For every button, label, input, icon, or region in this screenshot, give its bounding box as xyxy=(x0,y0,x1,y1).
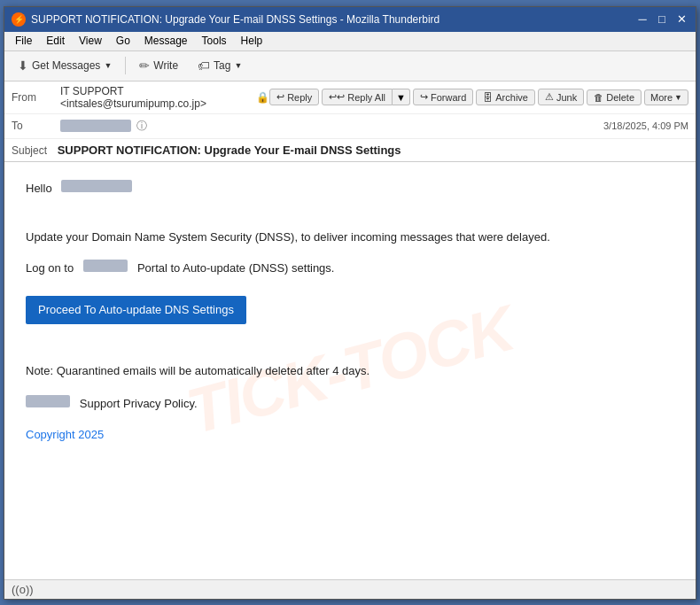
tag-button[interactable]: 🏷 Tag ▼ xyxy=(190,55,250,76)
tag-dropdown-icon[interactable]: ▼ xyxy=(234,61,242,70)
title-bar: ⚡ SUPPORT NOTIFICATION: Upgrade Your E-m… xyxy=(4,7,696,32)
email-header: From IT SUPPORT <intsales@tsurumipump.co… xyxy=(4,81,696,162)
junk-icon: ⚠ xyxy=(545,91,554,103)
app-icon: ⚡ xyxy=(12,12,26,27)
main-window: ⚡ SUPPORT NOTIFICATION: Upgrade Your E-m… xyxy=(4,6,696,600)
reply-all-group: ↩↩ Reply All ▼ xyxy=(322,89,410,105)
update-paragraph: Update your Domain Name System Security … xyxy=(26,210,674,247)
toolbar: ⬇ Get Messages ▼ ✏ Write 🏷 Tag ▼ xyxy=(4,51,696,81)
forward-button[interactable]: ↪ Forward xyxy=(413,89,473,105)
more-button[interactable]: More ▼ xyxy=(644,89,688,105)
from-value: IT SUPPORT <intsales@tsurumipump.co.jp> … xyxy=(60,85,269,110)
subject-row: Subject SUPPORT NOTIFICATION: Upgrade Yo… xyxy=(4,139,696,161)
write-icon: ✏ xyxy=(139,58,150,73)
greeting-paragraph: Hello xyxy=(26,180,674,198)
get-messages-button[interactable]: ⬇ Get Messages ▼ xyxy=(10,55,120,76)
window-controls: ─ □ ✕ xyxy=(635,12,688,27)
archive-icon: 🗄 xyxy=(483,92,493,103)
portal-paragraph: Log on to Portal to Auto-update (DNSS) s… xyxy=(26,260,674,278)
get-messages-dropdown-icon[interactable]: ▼ xyxy=(104,61,112,70)
minimize-button[interactable]: ─ xyxy=(635,12,649,27)
write-button[interactable]: ✏ Write xyxy=(131,55,186,76)
sender-security-icon: 🔒 xyxy=(256,91,269,104)
menu-message[interactable]: Message xyxy=(137,33,195,49)
subject-label: Subject xyxy=(12,144,47,157)
menu-bar: File Edit View Go Message Tools Help xyxy=(4,32,696,51)
archive-button[interactable]: 🗄 Archive xyxy=(476,89,535,105)
reply-all-dropdown[interactable]: ▼ xyxy=(393,89,410,105)
menu-help[interactable]: Help xyxy=(234,33,270,49)
reply-all-icon: ↩↩ xyxy=(329,91,345,103)
status-bar: ((o)) xyxy=(4,579,696,599)
recipient-email-blurred xyxy=(61,180,132,192)
copyright-link[interactable]: Copyright 2025 xyxy=(26,428,104,441)
copyright-paragraph: Copyright 2025 xyxy=(26,426,674,445)
get-messages-icon: ⬇ xyxy=(18,58,28,73)
privacy-company-blurred xyxy=(26,395,70,407)
email-content: Hello Update your Domain Name System Sec… xyxy=(26,180,674,445)
proceed-link[interactable]: Proceed To Auto-update DNS Settings xyxy=(26,296,246,325)
toolbar-separator-1 xyxy=(125,57,126,74)
forward-icon: ↪ xyxy=(420,91,428,103)
menu-view[interactable]: View xyxy=(72,33,109,49)
maximize-button[interactable]: □ xyxy=(655,12,669,27)
reply-button[interactable]: ↩ Reply xyxy=(269,89,319,105)
from-row: From IT SUPPORT <intsales@tsurumipump.co… xyxy=(4,81,696,114)
delete-icon: 🗑 xyxy=(594,92,603,103)
email-timestamp: 3/18/2025, 4:09 PM xyxy=(603,120,688,131)
close-button[interactable]: ✕ xyxy=(674,12,688,27)
menu-edit[interactable]: Edit xyxy=(39,33,72,49)
to-row: To ⓘ 3/18/2025, 4:09 PM xyxy=(4,114,696,139)
privacy-paragraph: Support Privacy Policy. xyxy=(26,395,674,414)
portal-name-blurred xyxy=(83,260,128,272)
delete-button[interactable]: 🗑 Delete xyxy=(587,89,642,105)
proceed-paragraph: Proceed To Auto-update DNS Settings xyxy=(26,291,674,330)
more-dropdown-icon: ▼ xyxy=(674,93,682,102)
note-paragraph: Note: Quarantined emails will be automat… xyxy=(26,344,674,381)
to-label: To xyxy=(12,120,60,132)
to-value: ⓘ xyxy=(60,119,596,134)
to-address-blurred xyxy=(60,120,131,132)
to-expand-icon[interactable]: ⓘ xyxy=(136,119,147,134)
from-label: From xyxy=(12,91,60,104)
subject-value: SUPPORT NOTIFICATION: Upgrade Your E-mai… xyxy=(58,143,401,157)
connection-icon: ((o)) xyxy=(12,583,34,596)
reply-icon: ↩ xyxy=(276,91,284,103)
header-actions: ↩ Reply ↩↩ Reply All ▼ ↪ Forward 🗄 Arch xyxy=(269,89,688,105)
tag-icon: 🏷 xyxy=(198,58,210,73)
menu-tools[interactable]: Tools xyxy=(195,33,234,49)
junk-button[interactable]: ⚠ Junk xyxy=(538,89,584,105)
reply-all-button[interactable]: ↩↩ Reply All xyxy=(322,89,393,105)
menu-file[interactable]: File xyxy=(8,33,39,49)
window-title: SUPPORT NOTIFICATION: Upgrade Your E-mai… xyxy=(31,13,635,26)
menu-go[interactable]: Go xyxy=(109,33,137,49)
email-body: TICK-TOCK Hello Update your Domain Name … xyxy=(4,162,696,579)
